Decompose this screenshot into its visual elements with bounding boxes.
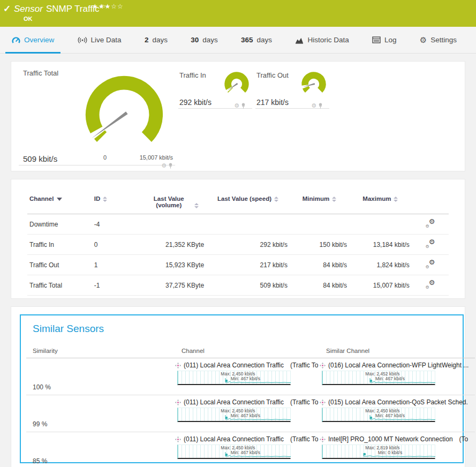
similar-sensors-title: Similar Sensors xyxy=(33,323,459,335)
similar-channel-link[interactable]: (015) Local Area Connection-QoS Packet S… xyxy=(328,398,468,406)
sensor-status-bar: ✓ SensorSNMP Traffic⚐ ★★★☆☆ OK xyxy=(0,0,476,27)
gauge-value: 509 kbit/s xyxy=(23,154,57,163)
header-label: Maximum xyxy=(362,195,391,202)
minimum-value: 84 kbit/s xyxy=(290,275,349,296)
minimum-value: 84 kbit/s xyxy=(290,255,349,275)
sort-icon xyxy=(274,197,278,202)
gauge-value: 217 kbit/s xyxy=(256,98,289,107)
tab-365-days[interactable]: 365 days xyxy=(235,27,278,53)
minimum-value xyxy=(290,214,349,235)
traffic-out-gauge xyxy=(299,69,328,98)
priority-stars[interactable]: ★★★☆☆ xyxy=(92,3,124,10)
gauge-label: Traffic In xyxy=(179,71,206,79)
column-header-channel[interactable]: Channel xyxy=(27,188,92,214)
move-icon[interactable] xyxy=(320,436,326,442)
tab-historic-data[interactable]: Historic Data xyxy=(289,27,355,53)
gauge-traffic-total: Traffic Total 509 kbit/s 0 15,007 kbit/s… xyxy=(19,68,175,165)
move-icon[interactable] xyxy=(320,400,326,405)
channel-suffix: (To xyxy=(459,435,469,443)
traffic-total-gauge xyxy=(82,71,167,156)
channel-minigraph[interactable]: Max: 2,450 kbit/s Min: 467 kbit/s xyxy=(177,371,291,385)
similar-channel-link[interactable]: (016) Local Area Connection-WFP LightWei… xyxy=(328,361,469,369)
channel-suffix: (Traffic To xyxy=(290,398,318,406)
status-badge: OK xyxy=(24,16,33,22)
pin-icon[interactable] xyxy=(318,103,323,109)
channel-link[interactable]: (011) Local Area Connection Traffic xyxy=(184,361,284,369)
gauge-scale-min: 0 xyxy=(103,154,107,161)
gear-icon: ⚙ xyxy=(420,36,427,44)
gauge-settings-icon[interactable]: ⚙ xyxy=(234,103,239,109)
column-header-maximum[interactable]: Maximum xyxy=(349,188,412,214)
pin-icon[interactable] xyxy=(168,163,173,169)
graph-min-label: Min: 467 kbit/s xyxy=(178,376,290,381)
similar-channel-minigraph[interactable]: Max: 2,819 kbit/s Min: 0 kbit/s xyxy=(322,445,435,459)
tab-label: days xyxy=(202,36,218,44)
tab-label: Overview xyxy=(24,36,54,44)
channel-settings-gears-icon[interactable]: ⚙⚙ xyxy=(425,280,435,289)
gauge-settings-icon[interactable]: ⚙ xyxy=(311,103,316,109)
table-row: Downtime -4 ⚙⚙ xyxy=(27,214,449,235)
header-label: Last Value (volume) xyxy=(146,195,192,208)
move-icon[interactable] xyxy=(175,363,181,368)
header-label: Last Value (speed) xyxy=(217,195,271,202)
channel-link[interactable]: (011) Local Area Connection Traffic xyxy=(184,435,284,443)
channel-link[interactable]: (011) Local Area Connection Traffic xyxy=(184,398,284,406)
table-row: Traffic In 0 21,352 KByte 292 kbit/s 150… xyxy=(27,235,449,255)
similar-channel-minigraph[interactable]: Max: 2,452 kbit/s Min: 467 kbit/s xyxy=(322,371,435,385)
channel-id: 1 xyxy=(92,255,139,275)
graph-min-label: Min: 467 kbit/s xyxy=(323,413,435,418)
maximum-value: 13,184 kbit/s xyxy=(349,235,412,255)
live-data-icon xyxy=(78,36,87,44)
last-value-speed xyxy=(206,214,290,235)
column-header-id[interactable]: ID xyxy=(92,188,139,214)
tab-30-days[interactable]: 30 days xyxy=(184,27,224,53)
tab-2-days[interactable]: 2 days xyxy=(138,27,174,53)
channel-settings-gears-icon[interactable]: ⚙⚙ xyxy=(425,260,435,268)
tab-bar: Overview Live Data 2 days 30 days 365 da… xyxy=(0,27,476,54)
last-value-speed: 292 kbit/s xyxy=(206,235,290,255)
gauge-traffic-out: Traffic Out 217 kbit/s ⚙ xyxy=(255,68,329,109)
traffic-in-gauge xyxy=(222,69,251,98)
channel-id: -1 xyxy=(92,275,139,296)
channel-id: 0 xyxy=(92,235,139,255)
channel-table: Channel ID Last Value (volume) Last Valu… xyxy=(27,188,449,296)
column-header-last-value-volume[interactable]: Last Value (volume) xyxy=(139,188,207,214)
tab-log[interactable]: Log xyxy=(366,27,403,53)
similar-channel-minigraph[interactable]: Max: 2,450 kbit/s Min: 467 kbit/s xyxy=(322,408,435,422)
channel-name[interactable]: Downtime xyxy=(27,214,92,235)
channel-suffix: (Traffic To xyxy=(290,435,318,443)
gauge-scale-max: 15,007 kbit/s xyxy=(140,154,173,161)
column-header-minimum[interactable]: Minimum xyxy=(290,188,349,214)
move-icon[interactable] xyxy=(175,436,181,442)
sort-icon xyxy=(332,197,336,202)
channel-id: -4 xyxy=(92,214,139,235)
column-header-last-value-speed[interactable]: Last Value (speed) xyxy=(206,188,290,214)
channel-name[interactable]: Traffic In xyxy=(27,235,92,255)
tab-overview[interactable]: Overview xyxy=(5,27,61,53)
channel-name[interactable]: Traffic Out xyxy=(27,255,92,275)
gauges-panel: Traffic Total 509 kbit/s 0 15,007 kbit/s… xyxy=(11,61,465,171)
sort-icon xyxy=(194,203,199,208)
table-row: Traffic Out 1 15,923 KByte 217 kbit/s 84… xyxy=(27,255,449,275)
similar-channel-link[interactable]: Intel[R] PRO_1000 MT Network Connection xyxy=(328,435,453,443)
gauge-settings-icon[interactable]: ⚙ xyxy=(161,163,167,169)
pin-icon[interactable] xyxy=(241,103,246,109)
channel-minigraph[interactable]: Max: 2,450 kbit/s Min: 467 kbit/s xyxy=(177,445,291,459)
channel-settings-gears-icon[interactable]: ⚙⚙ xyxy=(425,239,435,248)
header-label: Channel xyxy=(29,195,54,202)
log-icon xyxy=(372,36,381,43)
channel-minigraph[interactable]: Max: 2,450 kbit/s Min: 467 kbit/s xyxy=(177,408,291,422)
header-label: ID xyxy=(94,195,101,202)
last-value-speed: 217 kbit/s xyxy=(206,255,290,275)
tab-settings[interactable]: ⚙ Settings xyxy=(413,27,463,53)
tab-live-data[interactable]: Live Data xyxy=(71,27,128,53)
channel-name[interactable]: Traffic Total xyxy=(27,275,92,296)
move-icon[interactable] xyxy=(175,400,181,405)
gauge-traffic-in: Traffic In 292 kbit/s ⚙ xyxy=(178,68,252,109)
channel-settings-gears-icon[interactable]: ⚙⚙ xyxy=(425,219,435,228)
column-header-actions xyxy=(412,188,449,214)
move-icon[interactable] xyxy=(320,363,326,368)
sort-icon xyxy=(103,197,107,202)
similarity-value: 85 % xyxy=(26,432,175,467)
tab-number: 30 xyxy=(191,36,199,44)
